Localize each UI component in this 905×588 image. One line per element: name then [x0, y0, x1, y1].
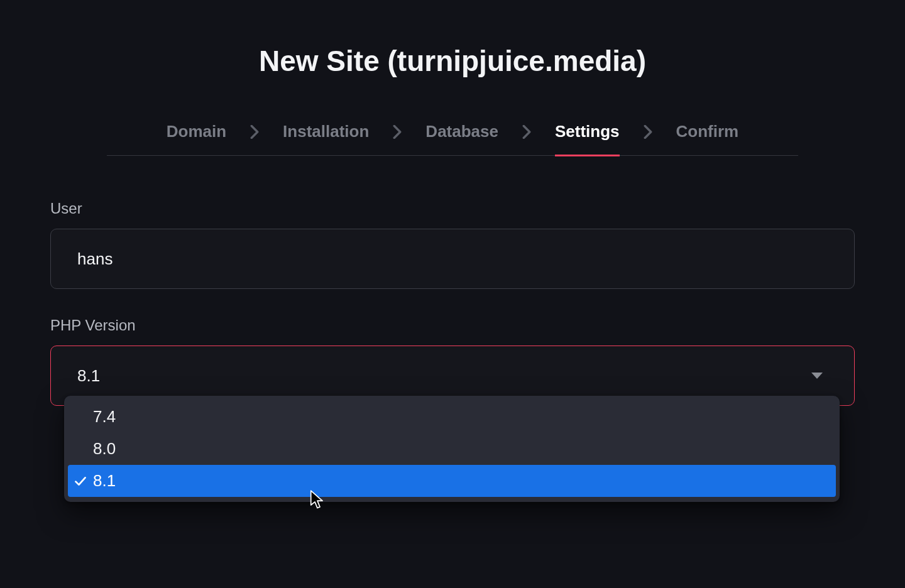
- step-database[interactable]: Database: [425, 122, 498, 141]
- page-title: New Site (turnipjuice.media): [50, 44, 855, 78]
- php-option-8-0[interactable]: 8.0: [68, 433, 836, 465]
- php-option-label: 7.4: [93, 407, 116, 427]
- step-confirm[interactable]: Confirm: [676, 122, 739, 141]
- step-settings[interactable]: Settings: [555, 122, 620, 141]
- check-icon: [74, 475, 87, 487]
- chevron-right-icon: [393, 125, 402, 139]
- settings-form: User PHP Version 8.1 7.4: [50, 200, 855, 406]
- chevron-right-icon: [644, 125, 652, 139]
- php-version-dropdown: 7.4 8.0 8.1: [64, 396, 840, 502]
- php-version-selected-value: 8.1: [77, 366, 100, 386]
- php-option-label: 8.0: [93, 439, 116, 459]
- php-version-label: PHP Version: [50, 317, 855, 334]
- php-option-8-1[interactable]: 8.1: [68, 465, 836, 497]
- caret-down-icon: [811, 373, 823, 379]
- step-installation[interactable]: Installation: [283, 122, 369, 141]
- user-field: User: [50, 200, 855, 289]
- php-version-field: PHP Version 8.1 7.4: [50, 317, 855, 406]
- php-option-label: 8.1: [93, 471, 116, 491]
- stepper: Domain Installation Database Settings Co…: [107, 122, 798, 156]
- php-option-7-4[interactable]: 7.4: [68, 401, 836, 433]
- chevron-right-icon: [522, 125, 531, 139]
- chevron-right-icon: [250, 125, 259, 139]
- user-input[interactable]: [50, 229, 855, 289]
- user-label: User: [50, 200, 855, 217]
- step-domain[interactable]: Domain: [167, 122, 226, 141]
